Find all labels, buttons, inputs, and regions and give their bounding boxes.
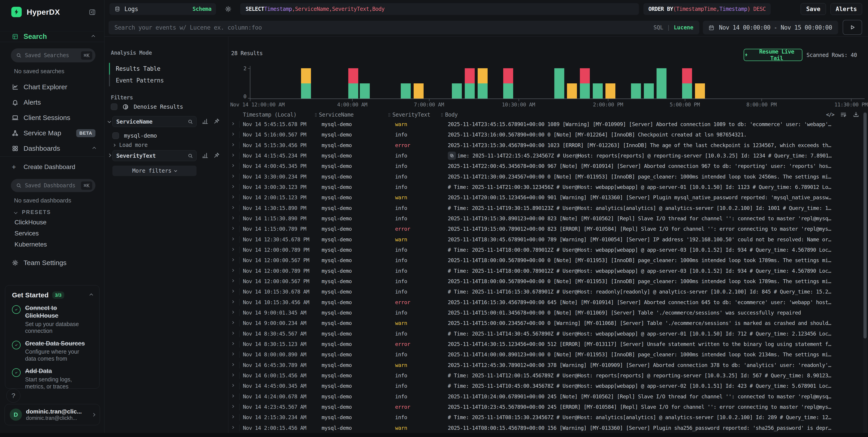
drag-handle-icon[interactable] <box>441 113 443 116</box>
row-expand-chevron[interactable] <box>231 175 234 178</box>
drag-handle-icon[interactable] <box>388 113 390 116</box>
col-body[interactable]: Body <box>441 112 458 118</box>
load-more-button[interactable]: Load more <box>113 142 148 148</box>
table-row[interactable]: Nov 14 12:30:45.678 PMmysql-demowarn2025… <box>228 234 868 245</box>
denoise-checkbox[interactable] <box>111 103 117 110</box>
saved-searches-input[interactable]: ⌘K <box>11 48 95 62</box>
sidebar-item-team-settings[interactable]: Team Settings <box>0 255 104 270</box>
saved-searches-field[interactable] <box>25 52 78 59</box>
severitytext-filter-box[interactable]: SeverityText <box>113 150 196 161</box>
row-expand-chevron[interactable] <box>231 332 234 335</box>
lang-lucene[interactable]: Lucene <box>674 24 693 31</box>
table-row[interactable]: Nov 14 10:15:30.456 AMmysql-demoerror202… <box>228 297 868 307</box>
sidebar-item-preset-services[interactable]: Services <box>14 230 39 237</box>
row-expand-chevron[interactable] <box>231 342 234 345</box>
search-icon[interactable] <box>187 119 193 125</box>
row-expand-chevron[interactable] <box>231 415 234 418</box>
row-expand-chevron[interactable] <box>231 248 234 251</box>
servicename-pin-icon[interactable] <box>214 118 220 124</box>
table-row[interactable]: Nov 14 12:00:00.789 PMmysql-demoinfo# Ti… <box>228 266 868 276</box>
create-dashboard-button[interactable]: + Create Dashboard <box>0 160 104 174</box>
more-filters-button[interactable]: More filters <box>113 166 196 176</box>
row-expand-chevron[interactable] <box>231 227 234 230</box>
table-row[interactable]: Nov 14 4:00:45.345 PMmysql-demoinfo2025-… <box>228 161 868 171</box>
histogram-bar[interactable] <box>401 83 411 99</box>
row-expand-chevron[interactable] <box>231 384 234 387</box>
copy-icon[interactable] <box>448 152 456 160</box>
histogram-bar[interactable] <box>695 83 705 99</box>
language-toggle[interactable]: SQL | Lucene <box>653 24 693 31</box>
select-query-input[interactable]: SELECT Timestamp,ServiceName,SeverityTex… <box>240 3 639 15</box>
histogram-bar[interactable] <box>503 68 513 99</box>
histogram-bar[interactable] <box>414 83 424 99</box>
servicename-collapse-chevron[interactable] <box>108 119 111 123</box>
row-expand-chevron[interactable] <box>231 133 234 136</box>
row-expand-chevron[interactable] <box>231 143 234 146</box>
help-button[interactable]: ? <box>6 389 20 403</box>
sidebar-item-alerts[interactable]: Alerts <box>0 95 104 110</box>
histogram-bar[interactable] <box>644 83 654 99</box>
table-row[interactable]: Nov 14 8:00:00.890 AMmysql-demoinfo2025-… <box>228 349 868 360</box>
drag-handle-icon[interactable] <box>315 113 317 116</box>
table-row[interactable]: Nov 14 5:16:00.567 PMmysql-demoinfo2025-… <box>228 130 868 140</box>
histogram-bar[interactable] <box>580 68 590 99</box>
search-icon[interactable] <box>187 153 193 159</box>
histogram-bar[interactable] <box>301 68 311 99</box>
row-expand-chevron[interactable] <box>231 122 234 125</box>
event-search-input[interactable] <box>115 24 649 31</box>
table-row[interactable]: Nov 14 1:15:00.789 PMmysql-demoerror2025… <box>228 224 868 234</box>
row-expand-chevron[interactable] <box>231 311 234 314</box>
histogram-bar[interactable] <box>554 68 564 99</box>
table-row[interactable]: Nov 14 4:24:00.678 AMmysql-demoinfo2025-… <box>228 391 868 402</box>
col-timestamp[interactable]: Timestamp (Local) <box>243 112 297 118</box>
table-row[interactable]: Nov 14 5:45:15.678 PMmysql-demowarn2025-… <box>228 119 868 130</box>
table-row[interactable]: Nov 14 9:00:00.234 AMmysql-demowarn2025-… <box>228 318 868 328</box>
col-servicename[interactable]: ServiceName <box>315 112 353 118</box>
row-expand-chevron[interactable] <box>231 300 234 303</box>
row-expand-chevron[interactable] <box>231 395 234 398</box>
row-expand-chevron[interactable] <box>231 185 234 188</box>
row-expand-chevron[interactable] <box>231 258 234 261</box>
table-row[interactable]: Nov 14 1:15:30.890 PMmysql-demoinfo2025-… <box>228 213 868 224</box>
section-search[interactable]: Search <box>0 31 104 42</box>
histogram-bar[interactable] <box>606 83 615 99</box>
filter-value-mysql-demo[interactable]: mysql-demo <box>113 132 157 139</box>
get-started-item[interactable]: Connect to ClickHouseSet up your databas… <box>12 304 93 334</box>
servicename-filter-box[interactable]: ServiceName <box>113 116 196 127</box>
severitytext-chart-icon[interactable] <box>202 152 209 159</box>
histogram-bar[interactable] <box>452 83 462 99</box>
row-expand-chevron[interactable] <box>231 363 234 366</box>
table-row[interactable]: Nov 14 1:30:15.890 PMmysql-demoinfo# Tim… <box>228 203 868 213</box>
row-expand-chevron[interactable] <box>231 164 234 167</box>
table-row[interactable]: Nov 14 5:15:30.456 PMmysql-demoerror2025… <box>228 140 868 150</box>
saved-dashboards-field[interactable] <box>25 182 78 189</box>
severitytext-pin-icon[interactable] <box>214 152 220 158</box>
table-row[interactable]: Nov 14 4:45:00.345 AMmysql-demoinfo# Tim… <box>228 381 868 391</box>
row-expand-chevron[interactable] <box>231 196 234 198</box>
table-row[interactable]: Nov 14 12:00:00.567 PMmysql-demoinfo2025… <box>228 255 868 266</box>
table-row[interactable]: Nov 14 4:23:45.567 AMmysql-demoerror2025… <box>228 402 868 412</box>
sidebar-item-preset-clickhouse[interactable]: ClickHouse <box>14 219 46 226</box>
date-range-picker[interactable]: Nov 14 00:00:00 - Nov 15 00:00:00 <box>703 21 838 34</box>
get-started-item[interactable]: Add DataStart sending logs, metrics, or … <box>12 367 93 390</box>
wrap-text-icon[interactable] <box>840 111 847 118</box>
sidebar-item-preset-kubernetes[interactable]: Kubernetes <box>14 241 47 248</box>
run-query-button[interactable] <box>843 20 862 35</box>
row-expand-chevron[interactable] <box>231 405 234 408</box>
row-expand-chevron[interactable] <box>231 352 234 356</box>
row-expand-chevron[interactable] <box>231 154 234 157</box>
order-by-input[interactable]: ORDER BY (TimestampTime, Timestamp) DESC <box>644 3 771 15</box>
mode-event-patterns[interactable]: Event Patterns <box>109 74 204 86</box>
event-search-bar[interactable]: SQL | Lucene <box>108 21 699 34</box>
servicename-chart-icon[interactable] <box>202 118 209 125</box>
table-row[interactable]: Nov 14 10:15:30.678 AMmysql-demoinfo# Ti… <box>228 287 868 297</box>
table-row[interactable]: Nov 14 4:15:45.234 PMmysql-demoinfoime: … <box>228 150 868 161</box>
denoise-results-filter[interactable]: Denoise Results <box>111 103 183 110</box>
table-row[interactable]: Nov 14 2:00:15.456 AMmysql-demowarn2025-… <box>228 423 868 433</box>
source-select[interactable]: Logs Schema <box>110 3 216 15</box>
saved-dashboards-input[interactable]: ⌘K <box>11 179 95 192</box>
table-row[interactable]: Nov 14 6:45:30.789 AMmysql-demowarn2025-… <box>228 360 868 370</box>
table-row[interactable]: Nov 14 9:00:01.345 AMmysql-demoinfo2025-… <box>228 307 868 318</box>
histogram-bar[interactable] <box>478 68 488 99</box>
table-row[interactable]: Nov 14 12:00:00.567 PMmysql-demoinfo2025… <box>228 276 868 287</box>
